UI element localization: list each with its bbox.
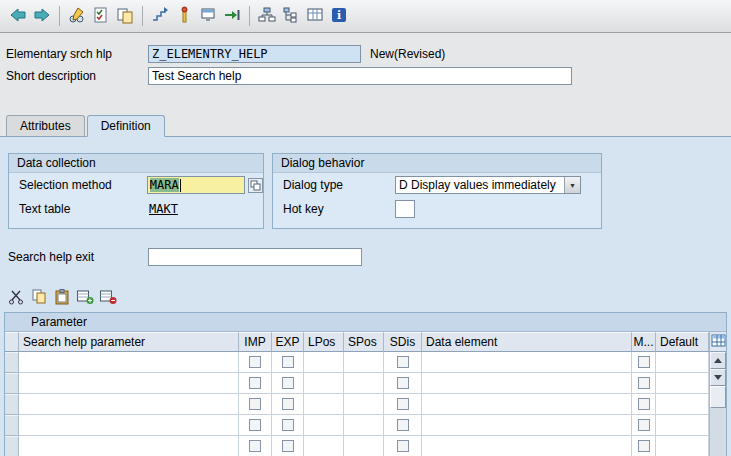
forward-button[interactable] (30, 4, 54, 28)
column-header-param[interactable]: Search help parameter (19, 332, 239, 352)
sdis-checkbox[interactable] (397, 377, 409, 389)
m-checkbox[interactable] (638, 398, 650, 410)
lpos-cell[interactable] (304, 436, 344, 456)
data_element-cell[interactable] (422, 394, 632, 415)
short-description-field[interactable] (148, 67, 572, 85)
delete-row-button[interactable] (98, 289, 118, 307)
row-selector[interactable] (5, 352, 19, 373)
data_element-cell[interactable] (422, 436, 632, 456)
spos-cell[interactable] (344, 394, 384, 415)
delete-row-icon (99, 289, 117, 308)
lpos-cell[interactable] (304, 352, 344, 373)
activate-button[interactable] (172, 4, 196, 28)
row-selector[interactable] (5, 394, 19, 415)
m-checkbox[interactable] (638, 377, 650, 389)
graph-button[interactable] (279, 4, 303, 28)
back-button[interactable] (6, 4, 30, 28)
imp-checkbox[interactable] (249, 356, 261, 368)
spos-cell[interactable] (344, 415, 384, 436)
copy-button[interactable] (113, 4, 137, 28)
spos-cell[interactable] (344, 436, 384, 456)
spos-cell[interactable] (344, 373, 384, 394)
goto-button[interactable] (220, 4, 244, 28)
elementary-search-help-field[interactable]: Z_ELEMENTRY_HELP (148, 45, 361, 63)
table-config-button[interactable] (710, 332, 726, 352)
row-selector[interactable] (5, 373, 19, 394)
default-cell[interactable] (656, 373, 709, 394)
dialog-type-label: Dialog type (283, 178, 395, 192)
selection-method-field[interactable]: MARA (147, 176, 245, 194)
data_element-cell[interactable] (422, 373, 632, 394)
exp-checkbox[interactable] (282, 377, 294, 389)
default-cell[interactable] (656, 415, 709, 436)
column-header-spos[interactable]: SPos (344, 332, 384, 352)
sdis-checkbox[interactable] (397, 440, 409, 452)
table-settings-button[interactable] (303, 4, 327, 28)
multiple-selection-button[interactable] (248, 178, 263, 193)
sdis-checkbox[interactable] (397, 398, 409, 410)
insert-row-button[interactable] (75, 289, 95, 307)
param-cell[interactable] (19, 352, 239, 373)
paste-button[interactable] (52, 289, 72, 307)
imp-checkbox[interactable] (249, 419, 261, 431)
dialog-type-dropdown[interactable]: D Display values immediately ▼ (395, 176, 581, 194)
default-cell[interactable] (656, 352, 709, 373)
sdis-checkbox[interactable] (397, 419, 409, 431)
scrollbar-track[interactable] (710, 408, 726, 456)
param-cell[interactable] (19, 415, 239, 436)
data_element-cell[interactable] (422, 352, 632, 373)
copy-rows-button[interactable] (29, 289, 49, 307)
display-change-button[interactable] (65, 4, 89, 28)
text-table-link[interactable]: MAKT (149, 202, 178, 216)
row-selector[interactable] (5, 415, 19, 436)
data-collection-title: Data collection (9, 154, 263, 173)
imp-checkbox[interactable] (249, 377, 261, 389)
column-header-exp[interactable]: EXP (272, 332, 304, 352)
selector-column-header[interactable] (5, 332, 19, 352)
default-cell[interactable] (656, 394, 709, 415)
search-help-exit-field[interactable] (148, 248, 362, 266)
imp-checkbox[interactable] (249, 440, 261, 452)
where-used-button[interactable] (148, 4, 172, 28)
scrollbar-thumb[interactable] (710, 386, 726, 408)
param-cell[interactable] (19, 373, 239, 394)
column-header-m[interactable]: M... (632, 332, 656, 352)
imp-checkbox[interactable] (249, 398, 261, 410)
column-header-lpos[interactable]: LPos (304, 332, 344, 352)
column-header-data_element[interactable]: Data element (422, 332, 632, 352)
m-cell (632, 394, 656, 415)
data_element-cell[interactable] (422, 415, 632, 436)
tab-attributes[interactable]: Attributes (6, 115, 85, 137)
m-checkbox[interactable] (638, 419, 650, 431)
display-object-icon (199, 6, 217, 27)
param-cell[interactable] (19, 394, 239, 415)
hierarchy-button[interactable] (255, 4, 279, 28)
sdis-checkbox[interactable] (397, 356, 409, 368)
m-checkbox[interactable] (638, 356, 650, 368)
default-cell[interactable] (656, 436, 709, 456)
lpos-cell[interactable] (304, 394, 344, 415)
row-selector[interactable] (5, 436, 19, 456)
column-header-imp[interactable]: IMP (239, 332, 272, 352)
cut-button[interactable] (6, 289, 26, 307)
spos-cell[interactable] (344, 352, 384, 373)
scroll-up-button[interactable] (710, 352, 726, 369)
exp-checkbox[interactable] (282, 356, 294, 368)
table-row (5, 352, 709, 373)
hot-key-field[interactable] (395, 200, 415, 218)
column-header-default[interactable]: Default (656, 332, 709, 352)
m-checkbox[interactable] (638, 440, 650, 452)
exp-checkbox[interactable] (282, 440, 294, 452)
chevron-down-icon[interactable]: ▼ (564, 177, 580, 193)
lpos-cell[interactable] (304, 415, 344, 436)
check-button[interactable] (89, 4, 113, 28)
param-cell[interactable] (19, 436, 239, 456)
exp-checkbox[interactable] (282, 398, 294, 410)
display-object-button[interactable] (196, 4, 220, 28)
info-button[interactable]: i (327, 4, 351, 28)
exp-checkbox[interactable] (282, 419, 294, 431)
scroll-down-button[interactable] (710, 369, 726, 386)
tab-definition[interactable]: Definition (87, 115, 165, 137)
column-header-sdis[interactable]: SDis (384, 332, 422, 352)
lpos-cell[interactable] (304, 373, 344, 394)
